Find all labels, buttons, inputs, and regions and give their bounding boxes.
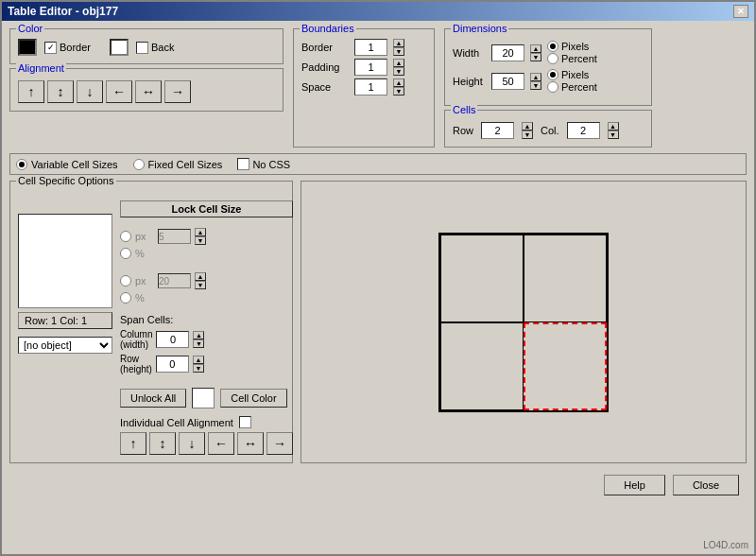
percent2-radio[interactable] — [120, 292, 131, 304]
col-span-down[interactable]: ▼ — [193, 339, 204, 348]
ind-cell-checkbox[interactable] — [239, 416, 251, 428]
width-input[interactable] — [491, 44, 524, 61]
height-percent-option[interactable]: Percent — [547, 81, 597, 93]
row-label: Row — [453, 125, 473, 136]
border-spinners: ▲ ▼ — [393, 39, 404, 56]
cell-left: Row: 1 Col: 1 [no object] — [18, 200, 112, 455]
height-spin-up[interactable]: ▲ — [530, 73, 541, 81]
lock-cell-size-btn[interactable]: Lock Cell Size — [120, 200, 293, 217]
close-btn[interactable]: Close — [673, 475, 739, 495]
align-left-btn[interactable]: ← — [106, 80, 132, 103]
cell-color-btn[interactable]: Cell Color — [220, 389, 286, 408]
help-btn[interactable]: Help — [604, 475, 665, 495]
px2-spin-up[interactable]: ▲ — [195, 272, 206, 281]
border-spin-down[interactable]: ▼ — [393, 47, 404, 56]
px2-input[interactable] — [158, 273, 191, 288]
px2-spin-down[interactable]: ▼ — [195, 281, 206, 289]
height-input[interactable] — [491, 73, 524, 90]
width-percent-radio[interactable] — [547, 53, 558, 64]
row-span-input[interactable] — [156, 356, 189, 373]
height-pixels-option[interactable]: Pixels — [547, 69, 597, 80]
row-span-down[interactable]: ▼ — [193, 364, 204, 373]
align-center-btn[interactable]: ↔ — [135, 80, 162, 103]
alignment-group: Alignment ↑ ↕ ↓ ← ↔ → — [9, 68, 284, 112]
back-checkbox[interactable] — [136, 42, 148, 54]
col-spin-up[interactable]: ▲ — [608, 122, 619, 130]
row-col-info: Row: 1 Col: 1 — [18, 312, 112, 329]
width-spin-up[interactable]: ▲ — [530, 44, 541, 53]
align-right-btn[interactable]: → — [164, 80, 191, 103]
variable-cell-option[interactable]: Variable Cell Sizes — [16, 159, 118, 170]
back-color-swatch[interactable] — [110, 39, 129, 56]
align-middle-btn[interactable]: ↕ — [47, 80, 74, 103]
column-span-input[interactable] — [156, 331, 189, 348]
unlock-all-btn[interactable]: Unlock All — [120, 389, 186, 408]
column-span-label: Column(width) — [120, 329, 152, 350]
ind-align-top-btn[interactable]: ↑ — [120, 432, 146, 455]
main-window: Table Editor - obj177 ✕ Color Border — [0, 0, 756, 556]
align-top-btn[interactable]: ↑ — [18, 80, 44, 103]
px1-spin-up[interactable]: ▲ — [195, 228, 206, 236]
ind-align-right-btn[interactable]: → — [266, 432, 293, 455]
no-css-checkbox[interactable] — [237, 158, 249, 170]
padding-value-input[interactable] — [354, 59, 387, 76]
width-pixels-radio[interactable] — [547, 41, 558, 52]
height-radio-group: Pixels Percent — [547, 69, 597, 93]
cells-row: Row ▲ ▼ Col. ▲ ▼ — [453, 122, 644, 139]
percent1-radio[interactable] — [120, 248, 131, 259]
height-percent-radio[interactable] — [547, 81, 558, 93]
variable-cell-label: Variable Cell Sizes — [31, 159, 118, 170]
row-input[interactable] — [481, 122, 514, 139]
space-value-input[interactable] — [354, 78, 387, 96]
space-spin-down[interactable]: ▼ — [393, 87, 404, 96]
variable-cell-radio[interactable] — [16, 159, 27, 170]
table-cell-br[interactable] — [524, 322, 607, 410]
width-spin-down[interactable]: ▼ — [530, 53, 541, 61]
border-color-swatch[interactable] — [18, 39, 37, 56]
height-spin-down[interactable]: ▼ — [530, 81, 541, 90]
object-select[interactable]: [no object] — [18, 337, 112, 354]
col-input[interactable] — [567, 122, 600, 139]
ind-align-bottom-btn[interactable]: ↓ — [179, 432, 205, 455]
table-cell-tr[interactable] — [524, 235, 607, 322]
col-span-up[interactable]: ▲ — [193, 331, 204, 339]
col-spin-down[interactable]: ▼ — [608, 130, 619, 139]
row-spin-down[interactable]: ▼ — [522, 130, 533, 139]
column-span-spinners: ▲ ▼ — [193, 331, 204, 348]
cell-options-box: Cell Specific Options Row: 1 Col: 1 [no … — [9, 181, 293, 463]
bottom-buttons: Help Close — [9, 469, 747, 501]
align-bottom-btn[interactable]: ↓ — [77, 80, 103, 103]
padding-spin-up[interactable]: ▲ — [393, 59, 404, 67]
width-percent-option[interactable]: Percent — [547, 53, 597, 64]
row-spin-up[interactable]: ▲ — [522, 122, 533, 130]
fixed-cell-radio[interactable] — [133, 159, 145, 170]
border-spin-up[interactable]: ▲ — [393, 39, 404, 47]
height-pixels-radio[interactable] — [547, 69, 558, 80]
space-label: Space — [301, 81, 349, 93]
row-span-up[interactable]: ▲ — [193, 356, 204, 364]
table-cell-tl[interactable] — [440, 235, 524, 322]
height-percent-label: Percent — [561, 81, 597, 93]
row-spinners: ▲ ▼ — [522, 122, 533, 139]
px1-radio[interactable] — [120, 231, 131, 242]
fixed-cell-option[interactable]: Fixed Cell Sizes — [133, 159, 223, 170]
padding-spin-down[interactable]: ▼ — [393, 67, 404, 76]
space-spinners: ▲ ▼ — [393, 78, 404, 96]
ind-align-center-btn[interactable]: ↔ — [237, 432, 264, 455]
space-spin-up[interactable]: ▲ — [393, 78, 404, 87]
back-label: Back — [151, 42, 174, 53]
close-button[interactable]: ✕ — [733, 5, 748, 18]
cells-group: Cells Row ▲ ▼ Col. ▲ ▼ — [444, 110, 652, 148]
px1-input[interactable] — [158, 229, 191, 244]
percent-row-2: % — [120, 292, 293, 304]
border-checkbox[interactable] — [44, 42, 57, 54]
ind-align-middle-btn[interactable]: ↕ — [149, 432, 176, 455]
px2-radio[interactable] — [120, 275, 131, 287]
ind-align-left-btn[interactable]: ← — [208, 432, 234, 455]
width-pixels-option[interactable]: Pixels — [547, 41, 597, 52]
height-row: Height ▲ ▼ Pixels — [453, 69, 644, 93]
px1-spin-down[interactable]: ▼ — [195, 236, 206, 245]
border-value-input[interactable] — [354, 39, 387, 56]
height-pixels-label: Pixels — [561, 69, 589, 80]
table-cell-bl[interactable] — [440, 322, 524, 410]
